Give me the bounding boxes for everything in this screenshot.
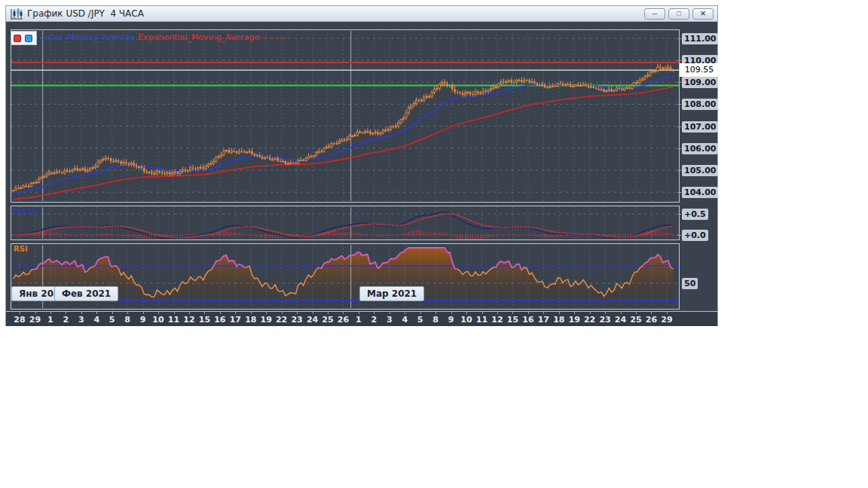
date-label: 23 [599,315,610,325]
date-tick [559,312,560,314]
chart-window: График USD /JPY 4 ЧАСА ─ □ ✕ ential_Movi… [5,5,718,326]
date-label: 25 [630,315,641,325]
date-label: 24 [615,315,626,325]
current-price-callout: 109.55 [680,63,719,77]
price-axis-label: 111.00 [682,33,718,44]
date-label: 29 [661,315,672,325]
macd-axis-label: +0.0 [682,230,708,241]
macd-panel[interactable]: MACD [11,206,680,240]
date-label: 11 [476,315,487,325]
date-label: 23 [291,315,302,325]
month-badge-mar: Мар 2021 [359,286,424,301]
date-label: 4 [402,315,408,325]
date-label: 26 [338,315,349,325]
date-label: 3 [387,315,393,325]
date-label: 8 [432,315,439,325]
date-label: 18 [245,315,256,325]
date-tick [651,312,652,314]
price-axis-tick [677,82,681,83]
date-tick [497,312,498,314]
date-axis: 2829123458910111215161718192223242526123… [6,311,717,326]
legend-swatches [11,31,37,45]
date-tick [220,312,221,314]
date-label: 12 [491,315,503,325]
date-tick [204,312,205,314]
date-label: 2 [371,315,377,325]
date-tick [667,312,668,314]
price-axis-label: 106.00 [682,143,718,154]
maximize-button[interactable]: □ [668,8,689,20]
date-label: 1 [47,315,53,325]
date-label: 10 [152,315,164,325]
price-axis-tick [677,148,681,149]
indicator-legend: ential_Moving_Average.Exponential_Moving… [40,32,290,42]
legend-dashes [261,38,290,38]
date-tick [143,312,144,314]
date-tick [359,312,359,314]
price-axis-tick [677,170,681,171]
date-label: 19 [569,315,580,325]
date-label: 22 [276,315,287,325]
date-tick [512,312,513,314]
date-label: 29 [29,315,41,325]
date-label: 26 [646,315,657,325]
date-tick [189,312,190,314]
date-label: 11 [168,315,179,325]
price-axis-label: 107.00 [682,121,718,133]
price-panel[interactable]: ential_Moving_Average.Exponential_Moving… [11,29,680,203]
date-tick [328,312,329,314]
date-tick [112,312,113,314]
date-tick [343,312,344,314]
date-tick [297,312,298,314]
price-axis-tick [677,38,681,39]
date-tick [313,312,313,314]
date-label: 24 [307,315,318,325]
date-label: 15 [507,315,518,325]
price-axis-tick [677,60,681,61]
date-label: 10 [460,315,472,325]
date-tick [266,312,267,314]
date-label: 17 [538,315,549,325]
date-label: 5 [417,315,423,325]
chart-body: ential_Moving_Average.Exponential_Moving… [6,22,717,326]
macd-axis-tick [677,214,681,215]
desktop-background: График USD /JPY 4 ЧАСА ─ □ ✕ ential_Movi… [0,0,868,488]
date-label: 2 [63,315,69,325]
date-tick [621,312,622,314]
ema-fast-swatch[interactable] [25,35,32,42]
date-label: 22 [584,315,595,325]
date-tick [451,312,452,314]
date-label: 8 [124,315,130,325]
macd-axis-tick [677,235,681,236]
date-label: 16 [214,315,225,325]
ema-slow-label: Exponential_Moving_Average [138,32,259,42]
date-tick [20,312,20,314]
price-chart-svg[interactable] [11,30,679,202]
date-tick [590,312,591,314]
date-tick [636,312,637,314]
date-tick [390,312,390,314]
date-label: 12 [183,315,194,325]
date-tick [174,312,175,314]
ema-fast-label: ential_Moving_Average [40,32,136,42]
window-controls: ─ □ ✕ [644,8,714,20]
rsi-panel[interactable]: RSI Янв 2021 Фев 2021 Мар 2021 [11,243,680,310]
window-titlebar[interactable]: График USD /JPY 4 ЧАСА ─ □ ✕ [6,6,717,22]
window-title: График USD /JPY 4 ЧАСА [27,8,144,19]
close-button[interactable]: ✕ [692,8,714,20]
ema-slow-swatch[interactable] [14,35,21,42]
date-tick [405,312,405,314]
date-tick [605,312,606,314]
date-label: 16 [522,315,533,325]
date-label: 4 [93,315,99,325]
date-tick [158,312,159,314]
minimize-button[interactable]: ─ [644,8,665,20]
date-tick [466,312,467,314]
price-axis-tick [677,127,681,127]
date-label: 17 [230,315,241,325]
macd-label: MACD [14,207,38,215]
macd-chart-svg[interactable] [11,206,679,239]
date-tick [81,312,82,314]
date-label: 19 [261,315,272,325]
date-label: 3 [78,315,84,325]
